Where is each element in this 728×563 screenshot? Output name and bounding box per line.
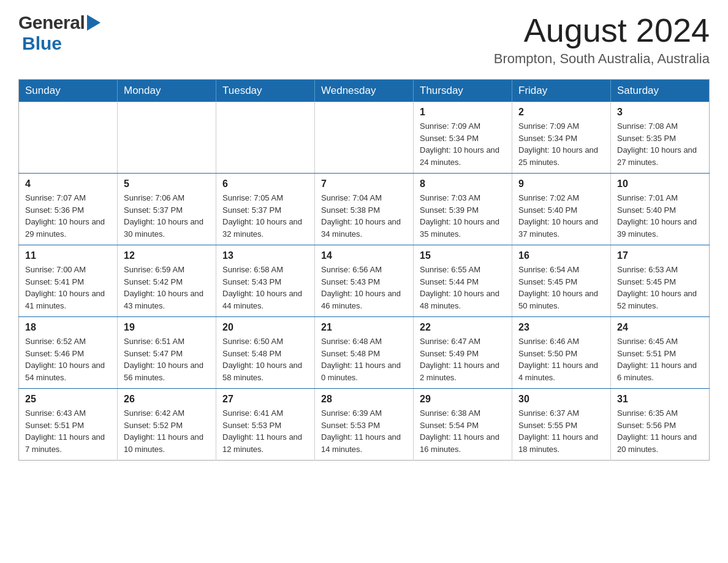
day-info: Sunrise: 6:51 AMSunset: 5:47 PMDaylight:… bbox=[124, 335, 210, 383]
day-cell: 22Sunrise: 6:47 AMSunset: 5:49 PMDayligh… bbox=[414, 317, 512, 389]
day-number: 4 bbox=[25, 178, 111, 190]
day-info: Sunrise: 6:47 AMSunset: 5:49 PMDaylight:… bbox=[420, 335, 506, 383]
day-number: 5 bbox=[124, 178, 210, 190]
day-cell: 25Sunrise: 6:43 AMSunset: 5:51 PMDayligh… bbox=[19, 389, 118, 461]
col-header-thursday: Thursday bbox=[414, 80, 512, 102]
day-cell: 9Sunrise: 7:02 AMSunset: 5:40 PMDaylight… bbox=[512, 174, 611, 245]
day-cell: 3Sunrise: 7:08 AMSunset: 5:35 PMDaylight… bbox=[611, 102, 710, 174]
day-number: 17 bbox=[617, 250, 703, 261]
day-cell: 17Sunrise: 6:53 AMSunset: 5:45 PMDayligh… bbox=[611, 245, 710, 317]
day-number: 27 bbox=[222, 394, 308, 405]
day-cell: 12Sunrise: 6:59 AMSunset: 5:42 PMDayligh… bbox=[118, 245, 216, 317]
day-number: 30 bbox=[518, 394, 604, 405]
day-number: 7 bbox=[321, 178, 407, 190]
day-number: 24 bbox=[617, 322, 703, 333]
day-cell bbox=[315, 102, 414, 174]
day-cell: 19Sunrise: 6:51 AMSunset: 5:47 PMDayligh… bbox=[118, 317, 216, 389]
day-number: 16 bbox=[518, 250, 604, 261]
col-header-tuesday: Tuesday bbox=[216, 80, 315, 102]
day-info: Sunrise: 6:45 AMSunset: 5:51 PMDaylight:… bbox=[617, 335, 703, 383]
day-info: Sunrise: 6:58 AMSunset: 5:43 PMDaylight:… bbox=[222, 264, 308, 312]
day-info: Sunrise: 6:42 AMSunset: 5:52 PMDaylight:… bbox=[124, 407, 210, 455]
day-cell: 7Sunrise: 7:04 AMSunset: 5:38 PMDaylight… bbox=[315, 174, 414, 245]
day-info: Sunrise: 7:08 AMSunset: 5:35 PMDaylight:… bbox=[617, 120, 703, 168]
day-cell: 23Sunrise: 6:46 AMSunset: 5:50 PMDayligh… bbox=[512, 317, 611, 389]
title-block: August 2024 Brompton, South Australia, A… bbox=[494, 12, 710, 67]
day-info: Sunrise: 6:39 AMSunset: 5:53 PMDaylight:… bbox=[321, 407, 407, 455]
day-info: Sunrise: 6:56 AMSunset: 5:43 PMDaylight:… bbox=[321, 264, 407, 312]
day-number: 6 bbox=[222, 178, 308, 190]
logo-triangle-icon bbox=[87, 15, 100, 33]
day-info: Sunrise: 6:43 AMSunset: 5:51 PMDaylight:… bbox=[25, 407, 111, 455]
day-number: 23 bbox=[518, 322, 604, 333]
day-cell: 6Sunrise: 7:05 AMSunset: 5:37 PMDaylight… bbox=[216, 174, 315, 245]
day-info: Sunrise: 6:53 AMSunset: 5:45 PMDaylight:… bbox=[617, 264, 703, 312]
day-info: Sunrise: 6:59 AMSunset: 5:42 PMDaylight:… bbox=[124, 264, 210, 312]
day-info: Sunrise: 7:03 AMSunset: 5:39 PMDaylight:… bbox=[420, 192, 506, 240]
day-number: 15 bbox=[420, 250, 506, 261]
day-number: 28 bbox=[321, 394, 407, 405]
day-info: Sunrise: 6:50 AMSunset: 5:48 PMDaylight:… bbox=[222, 335, 308, 383]
col-header-monday: Monday bbox=[118, 80, 216, 102]
day-cell: 4Sunrise: 7:07 AMSunset: 5:36 PMDaylight… bbox=[19, 174, 118, 245]
week-row-3: 11Sunrise: 7:00 AMSunset: 5:41 PMDayligh… bbox=[19, 245, 710, 317]
week-row-4: 18Sunrise: 6:52 AMSunset: 5:46 PMDayligh… bbox=[19, 317, 710, 389]
day-cell: 27Sunrise: 6:41 AMSunset: 5:53 PMDayligh… bbox=[216, 389, 315, 461]
col-header-friday: Friday bbox=[512, 80, 611, 102]
day-cell: 26Sunrise: 6:42 AMSunset: 5:52 PMDayligh… bbox=[118, 389, 216, 461]
day-cell: 5Sunrise: 7:06 AMSunset: 5:37 PMDaylight… bbox=[118, 174, 216, 245]
day-number: 25 bbox=[25, 394, 111, 405]
day-number: 12 bbox=[124, 250, 210, 261]
day-number: 21 bbox=[321, 322, 407, 333]
week-row-1: 1Sunrise: 7:09 AMSunset: 5:34 PMDaylight… bbox=[19, 102, 710, 174]
day-cell: 21Sunrise: 6:48 AMSunset: 5:48 PMDayligh… bbox=[315, 317, 414, 389]
logo-blue-text: Blue bbox=[22, 33, 62, 54]
day-cell: 30Sunrise: 6:37 AMSunset: 5:55 PMDayligh… bbox=[512, 389, 611, 461]
day-number: 20 bbox=[222, 322, 308, 333]
day-info: Sunrise: 6:48 AMSunset: 5:48 PMDaylight:… bbox=[321, 335, 407, 383]
day-number: 3 bbox=[617, 107, 703, 118]
day-cell: 11Sunrise: 7:00 AMSunset: 5:41 PMDayligh… bbox=[19, 245, 118, 317]
location: Brompton, South Australia, Australia bbox=[494, 51, 710, 67]
day-info: Sunrise: 6:41 AMSunset: 5:53 PMDaylight:… bbox=[222, 407, 308, 455]
day-info: Sunrise: 7:09 AMSunset: 5:34 PMDaylight:… bbox=[420, 120, 506, 168]
day-info: Sunrise: 6:52 AMSunset: 5:46 PMDaylight:… bbox=[25, 335, 111, 383]
day-cell: 14Sunrise: 6:56 AMSunset: 5:43 PMDayligh… bbox=[315, 245, 414, 317]
logo: General Blue bbox=[18, 12, 100, 54]
month-year: August 2024 bbox=[494, 12, 710, 48]
logo-general-text: General bbox=[18, 12, 85, 33]
day-cell bbox=[118, 102, 216, 174]
day-info: Sunrise: 6:35 AMSunset: 5:56 PMDaylight:… bbox=[617, 407, 703, 455]
day-number: 31 bbox=[617, 394, 703, 405]
day-cell: 31Sunrise: 6:35 AMSunset: 5:56 PMDayligh… bbox=[611, 389, 710, 461]
day-number: 2 bbox=[518, 107, 604, 118]
day-cell: 20Sunrise: 6:50 AMSunset: 5:48 PMDayligh… bbox=[216, 317, 315, 389]
day-info: Sunrise: 7:07 AMSunset: 5:36 PMDaylight:… bbox=[25, 192, 111, 240]
col-header-sunday: Sunday bbox=[19, 80, 118, 102]
day-info: Sunrise: 6:54 AMSunset: 5:45 PMDaylight:… bbox=[518, 264, 604, 312]
page-header: General Blue August 2024 Brompton, South… bbox=[18, 12, 710, 67]
day-cell: 29Sunrise: 6:38 AMSunset: 5:54 PMDayligh… bbox=[414, 389, 512, 461]
day-cell bbox=[216, 102, 315, 174]
svg-marker-0 bbox=[87, 15, 100, 31]
week-row-2: 4Sunrise: 7:07 AMSunset: 5:36 PMDaylight… bbox=[19, 174, 710, 245]
day-number: 1 bbox=[420, 107, 506, 118]
day-info: Sunrise: 7:05 AMSunset: 5:37 PMDaylight:… bbox=[222, 192, 308, 240]
col-header-wednesday: Wednesday bbox=[315, 80, 414, 102]
day-info: Sunrise: 6:37 AMSunset: 5:55 PMDaylight:… bbox=[518, 407, 604, 455]
day-number: 29 bbox=[420, 394, 506, 405]
day-info: Sunrise: 6:38 AMSunset: 5:54 PMDaylight:… bbox=[420, 407, 506, 455]
day-info: Sunrise: 7:02 AMSunset: 5:40 PMDaylight:… bbox=[518, 192, 604, 240]
day-info: Sunrise: 7:01 AMSunset: 5:40 PMDaylight:… bbox=[617, 192, 703, 240]
day-info: Sunrise: 6:46 AMSunset: 5:50 PMDaylight:… bbox=[518, 335, 604, 383]
day-number: 26 bbox=[124, 394, 210, 405]
col-header-saturday: Saturday bbox=[611, 80, 710, 102]
day-cell: 28Sunrise: 6:39 AMSunset: 5:53 PMDayligh… bbox=[315, 389, 414, 461]
day-number: 9 bbox=[518, 178, 604, 190]
day-info: Sunrise: 7:04 AMSunset: 5:38 PMDaylight:… bbox=[321, 192, 407, 240]
day-number: 18 bbox=[25, 322, 111, 333]
week-row-5: 25Sunrise: 6:43 AMSunset: 5:51 PMDayligh… bbox=[19, 389, 710, 461]
calendar-header-row: SundayMondayTuesdayWednesdayThursdayFrid… bbox=[19, 80, 710, 102]
day-cell: 15Sunrise: 6:55 AMSunset: 5:44 PMDayligh… bbox=[414, 245, 512, 317]
day-number: 10 bbox=[617, 178, 703, 190]
